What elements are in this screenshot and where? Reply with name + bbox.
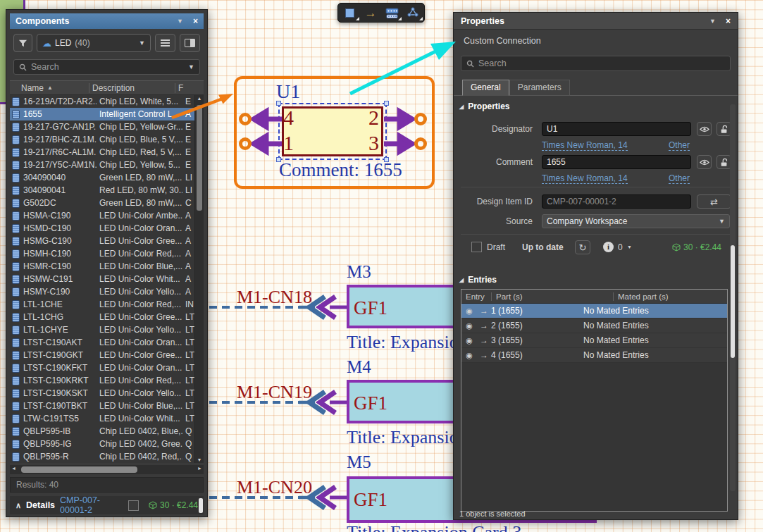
arrow-right-icon[interactable]: → (477, 335, 491, 345)
connector-tool-button[interactable] (381, 4, 402, 21)
eye-icon[interactable]: ◉ (461, 307, 477, 316)
arrow-right-icon[interactable]: → (477, 350, 491, 360)
details-checkbox[interactable] (128, 500, 139, 511)
eye-icon[interactable]: ◉ (461, 336, 477, 345)
choose-item-button[interactable]: ⇄ (697, 194, 731, 209)
scroll-right-icon[interactable]: ► (197, 466, 202, 471)
entry-row[interactable]: ◉ → 4 (1655) No Mated Entries (461, 348, 727, 363)
scrollbar-thumb[interactable] (21, 466, 137, 473)
comment-font-link[interactable]: Times New Roman, 14 (542, 173, 628, 184)
scroll-left-icon[interactable]: ◄ (11, 466, 16, 471)
component-row[interactable]: LTL-1CHG LED Uni-Color Gree... LT (10, 311, 204, 323)
designator-font-link[interactable]: Times New Roman, 14 (542, 140, 628, 151)
components-panel-titlebar[interactable]: Components ▼ × (10, 13, 204, 29)
source-dropdown[interactable]: Company Workspace ▼ (542, 214, 730, 228)
comment-lock-button[interactable] (717, 155, 731, 169)
component-row[interactable]: 304090040 Green LED, 80 mW,... LI (10, 171, 204, 184)
sheet-title-m3[interactable]: Title: Expansio (347, 332, 459, 353)
panel-menu-icon[interactable]: ▼ (177, 18, 183, 25)
u1-pin-1[interactable]: 1 (283, 132, 294, 154)
entry-row[interactable]: ◉ → 3 (1655) No Mated Entries (461, 333, 727, 348)
component-row[interactable]: LTST-C190TBKT LED Uni-Color Blue,... LT (10, 400, 204, 412)
sheet-label-m5[interactable]: M5 (347, 452, 371, 472)
u1-pin-2[interactable]: 2 (368, 107, 379, 128)
close-icon[interactable]: × (726, 16, 731, 26)
component-row[interactable]: LTST-C190AKT LED Uni-Color Oran... LT (10, 336, 204, 349)
details-item-id[interactable]: CMP-007-00001-2 (60, 495, 123, 515)
designator-other-link[interactable]: Other (669, 140, 690, 151)
selection-handle[interactable] (276, 101, 281, 106)
net-label-m1-cn18[interactable]: M1-CN18 (237, 287, 312, 308)
section-entries[interactable]: ◢ Entries (459, 275, 497, 285)
sheet-title-m4[interactable]: Title: Expansio (347, 427, 459, 448)
selection-handle[interactable] (384, 101, 389, 106)
component-row[interactable]: QBLP595-IB Chip LED 0402, Blue,... Q (10, 425, 204, 438)
chevron-up-icon[interactable]: ∧ (15, 501, 21, 510)
designator-field[interactable]: U1 (542, 122, 691, 136)
component-row[interactable]: HSMR-C190 LED Uni-Color Blue,... A (10, 260, 204, 273)
filter-button[interactable] (13, 34, 32, 52)
component-row[interactable]: LTST-C190KSKT LED Uni-Color Yello... LT (10, 387, 204, 400)
component-row[interactable]: QBLP595-IG Chip LED 0402, Gree... Q (10, 438, 204, 450)
column-part[interactable]: Part (s) (491, 292, 613, 301)
component-row[interactable]: LTST-C190KFKT LED Uni-Color Oran... LT (10, 361, 204, 374)
category-dropdown[interactable]: ☁ LED (40) ▼ (37, 34, 151, 52)
component-row[interactable]: LTW-C191TS5 LED Uni-Color Whit... LT (10, 412, 204, 425)
components-vertical-scrollbar[interactable]: ▲ ▼ (194, 95, 204, 463)
net-group-tool-button[interactable] (402, 4, 423, 21)
place-arrow-tool-button[interactable]: → (360, 4, 381, 21)
component-row[interactable]: 1655 Intelligent Control L... A (10, 108, 204, 120)
component-row[interactable]: 19-217/R6C-AL1M... Chip LED, Red, 5 V,..… (10, 146, 204, 159)
comment-visibility-button[interactable] (697, 155, 712, 169)
sheet-port-gf1[interactable]: GF1 (354, 297, 387, 319)
panel-resize-grip[interactable] (199, 498, 203, 513)
eye-icon[interactable]: ◉ (461, 351, 477, 360)
scroll-up-icon[interactable]: ▲ (195, 96, 204, 101)
rectangle-tool-button[interactable] (339, 4, 360, 21)
eye-icon[interactable]: ◉ (461, 321, 477, 330)
component-row[interactable]: HSMY-C190 LED Uni-Color Yello... A (10, 285, 204, 298)
u1-comment-text[interactable]: Comment: 1655 (279, 159, 402, 181)
draft-checkbox[interactable] (471, 242, 482, 252)
component-row[interactable]: LTL-1CHE LED Uni-Color Red,... IN (10, 298, 204, 311)
design-item-id-field[interactable]: CMP-007-00001-2 (542, 194, 691, 209)
properties-scrollbar-thumb[interactable] (731, 245, 735, 358)
sheet-title-m5[interactable]: Title: Expansion Card 3 (347, 522, 521, 532)
components-search-input[interactable]: Search ▼ (13, 59, 200, 75)
column-mated-part[interactable]: Mated part (s) (613, 292, 727, 301)
designator-lock-button[interactable] (717, 122, 731, 136)
chevron-down-icon[interactable]: ▼ (627, 245, 632, 249)
u1-pin-4[interactable]: 4 (283, 107, 294, 128)
panel-menu-icon[interactable]: ▼ (709, 18, 716, 25)
u1-designator-text[interactable]: U1 (276, 80, 300, 103)
sheet-port-gf1[interactable]: GF1 (354, 489, 387, 511)
u1-pin-3[interactable]: 3 (368, 132, 379, 154)
properties-search-input[interactable]: Search (461, 56, 731, 71)
component-row[interactable]: LTST-C190KRKT LED Uni-Color Red,... LT (10, 374, 204, 387)
close-icon[interactable]: × (193, 16, 198, 26)
panel-layout-button[interactable] (180, 34, 200, 52)
tab-general[interactable]: General (462, 80, 509, 96)
component-row[interactable]: HSMD-C190 LED Uni-Color Oran... A (10, 222, 204, 235)
component-row[interactable]: LTL-1CHYE LED Uni-Color Yello... LT (10, 323, 204, 336)
component-row[interactable]: HSMG-C190 LED Uni-Color Gree... A (10, 235, 204, 247)
component-row[interactable]: 16-219A/T2D-AR2... Chip LED, White, 5...… (10, 95, 204, 108)
comment-field[interactable]: 1655 (542, 155, 691, 169)
column-footprint[interactable]: F (175, 83, 204, 93)
component-row[interactable]: LTST-C190GKT LED Uni-Color Gree... LT (10, 349, 204, 361)
net-label-m1-cn19[interactable]: M1-CN19 (237, 382, 312, 403)
chevron-down-icon[interactable]: ▼ (188, 63, 194, 70)
components-horizontal-scrollbar[interactable]: ◄ ► (10, 465, 204, 474)
sheet-label-m3[interactable]: M3 (347, 262, 371, 282)
component-row[interactable]: 304090041 Red LED, 80 mW, 30... LI (10, 184, 204, 197)
properties-panel-titlebar[interactable]: Properties ▼ × (454, 13, 738, 30)
list-view-button[interactable] (155, 34, 175, 52)
component-row[interactable]: HSMH-C190 LED Uni-Color Red,... A (10, 247, 204, 260)
component-row[interactable]: 19-217-G7C-AN1P... Chip LED, Yellow-Gr..… (10, 120, 204, 133)
entry-row[interactable]: ◉ → 2 (1655) No Mated Entries (461, 318, 727, 333)
column-name[interactable]: Name ▲ (10, 83, 89, 93)
selection-handle[interactable] (384, 157, 389, 162)
comment-other-link[interactable]: Other (669, 173, 690, 184)
scroll-down-icon[interactable]: ▼ (195, 457, 204, 462)
designator-visibility-button[interactable] (697, 122, 712, 136)
